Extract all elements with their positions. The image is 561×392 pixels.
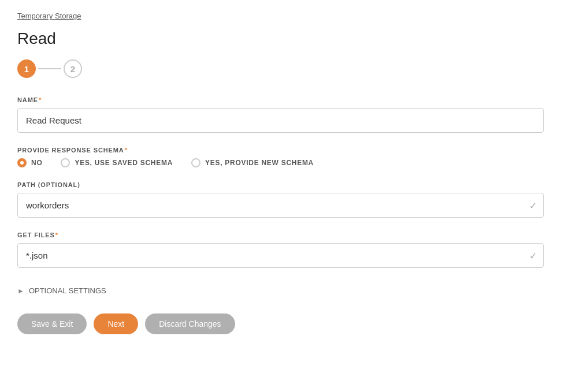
step-2: 2 <box>64 59 82 78</box>
name-field-group: NAME* <box>17 96 544 133</box>
schema-radio-group: NO YES, USE SAVED SCHEMA YES, PROVIDE NE… <box>17 158 544 167</box>
schema-field-group: PROVIDE RESPONSE SCHEMA* NO YES, USE SAV… <box>17 147 544 167</box>
page-title: Read <box>17 29 544 48</box>
radio-yes-saved[interactable]: YES, USE SAVED SCHEMA <box>61 158 173 167</box>
breadcrumb-link[interactable]: Temporary Storage <box>17 12 81 20</box>
footer-actions: Save & Exit Next Discard Changes <box>17 313 544 334</box>
radio-no-label: NO <box>31 159 42 167</box>
chevron-right-icon: ► <box>17 287 24 295</box>
save-exit-button[interactable]: Save & Exit <box>17 313 87 334</box>
name-input[interactable] <box>17 108 544 133</box>
next-button[interactable]: Next <box>94 313 138 334</box>
get-files-field-group: GET FILES* ✓ <box>17 232 544 268</box>
step-connector <box>38 68 61 69</box>
radio-yes-saved-label: YES, USE SAVED SCHEMA <box>75 159 173 167</box>
path-input-wrapper: ✓ <box>17 193 544 218</box>
radio-yes-new-label: YES, PROVIDE NEW SCHEMA <box>205 159 314 167</box>
optional-settings-toggle[interactable]: ► OPTIONAL SETTINGS <box>17 282 544 300</box>
optional-settings-label: OPTIONAL SETTINGS <box>29 286 106 295</box>
radio-no[interactable]: NO <box>17 158 42 167</box>
path-label: PATH (OPTIONAL) <box>17 181 544 188</box>
stepper: 1 2 <box>17 59 544 78</box>
radio-yes-new[interactable]: YES, PROVIDE NEW SCHEMA <box>191 158 314 167</box>
get-files-input-wrapper: ✓ <box>17 243 544 268</box>
path-input[interactable] <box>17 193 544 218</box>
discard-changes-button[interactable]: Discard Changes <box>145 313 235 334</box>
get-files-label: GET FILES* <box>17 232 544 238</box>
step-1: 1 <box>17 59 36 78</box>
schema-label: PROVIDE RESPONSE SCHEMA* <box>17 147 544 154</box>
path-field-group: PATH (OPTIONAL) ✓ <box>17 181 544 218</box>
get-files-input[interactable] <box>17 243 544 268</box>
name-label: NAME* <box>17 96 544 103</box>
breadcrumb: Temporary Storage <box>17 12 544 20</box>
